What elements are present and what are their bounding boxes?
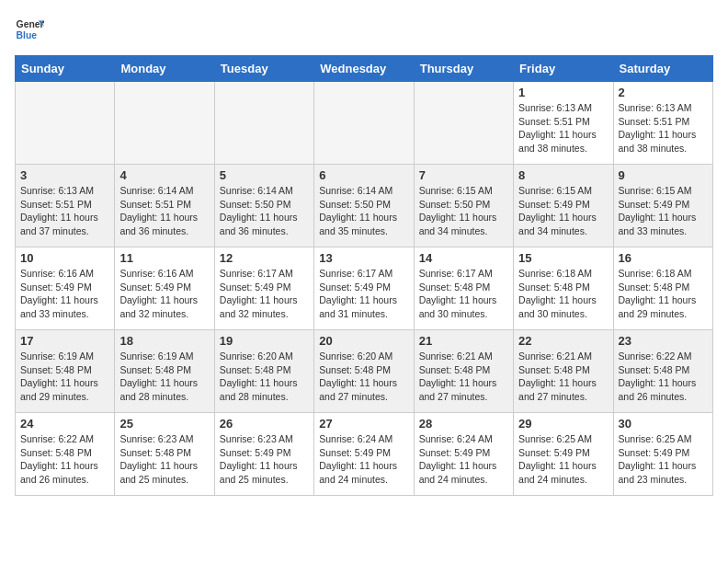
cell-text: Sunset: 5:48 PM	[619, 281, 708, 294]
cell-text: Sunset: 5:48 PM	[20, 363, 109, 377]
cell-text: and 32 minutes.	[119, 307, 209, 321]
cell-text: Sunrise: 6:17 AM	[220, 267, 309, 281]
cell-text: Daylight: 11 hours	[119, 211, 209, 224]
cell-text: and 28 minutes.	[220, 390, 309, 404]
cell-text: Sunset: 5:50 PM	[319, 198, 408, 212]
cell-text: Sunrise: 6:16 AM	[20, 267, 109, 281]
weekday-header-friday: Friday	[514, 56, 613, 82]
cell-text: Daylight: 11 hours	[20, 376, 109, 390]
cell-text: Sunset: 5:48 PM	[20, 446, 109, 460]
calendar-week-row: 3Sunrise: 6:13 AMSunset: 5:51 PMDaylight…	[16, 165, 713, 247]
cell-text: and 38 minutes.	[619, 142, 708, 155]
cell-text: Sunset: 5:48 PM	[220, 363, 309, 377]
cell-text: and 37 minutes.	[20, 224, 109, 238]
calendar-cell: 18Sunrise: 6:19 AMSunset: 5:48 PMDayligh…	[115, 330, 214, 413]
cell-text: Sunset: 5:51 PM	[20, 198, 109, 212]
calendar-cell: 5Sunrise: 6:14 AMSunset: 5:50 PMDaylight…	[214, 165, 313, 247]
cell-text: Sunset: 5:48 PM	[518, 281, 608, 294]
calendar-cell: 16Sunrise: 6:18 AMSunset: 5:48 PMDayligh…	[613, 247, 712, 330]
cell-text: Sunrise: 6:17 AM	[319, 267, 408, 281]
cell-text: Daylight: 11 hours	[518, 459, 608, 473]
day-number: 16	[619, 251, 708, 265]
cell-text: Sunset: 5:49 PM	[319, 446, 408, 460]
cell-text: Daylight: 11 hours	[619, 293, 708, 307]
weekday-header-tuesday: Tuesday	[214, 56, 313, 82]
cell-text: Sunrise: 6:23 AM	[119, 432, 209, 446]
calendar-cell: 15Sunrise: 6:18 AMSunset: 5:48 PMDayligh…	[514, 247, 613, 330]
cell-text: Daylight: 11 hours	[518, 211, 608, 224]
cell-text: and 31 minutes.	[319, 307, 408, 321]
cell-text: Sunrise: 6:20 AM	[220, 350, 309, 363]
calendar-cell: 8Sunrise: 6:15 AMSunset: 5:49 PMDaylight…	[514, 165, 613, 247]
cell-text: and 24 minutes.	[518, 473, 608, 487]
calendar-cell: 10Sunrise: 6:16 AMSunset: 5:49 PMDayligh…	[16, 247, 115, 330]
cell-text: Sunrise: 6:19 AM	[119, 350, 209, 363]
calendar-cell: 3Sunrise: 6:13 AMSunset: 5:51 PMDaylight…	[16, 165, 115, 247]
cell-text: Daylight: 11 hours	[619, 376, 708, 390]
calendar-table: SundayMondayTuesdayWednesdayThursdayFrid…	[15, 55, 713, 496]
day-number: 9	[619, 168, 708, 182]
day-number: 26	[220, 417, 309, 431]
cell-text: Sunrise: 6:21 AM	[518, 350, 608, 363]
day-number: 11	[119, 251, 209, 265]
cell-text: Daylight: 11 hours	[119, 293, 209, 307]
cell-text: Daylight: 11 hours	[419, 459, 508, 473]
cell-text: Sunrise: 6:24 AM	[419, 432, 508, 446]
cell-text: Sunrise: 6:22 AM	[619, 350, 708, 363]
calendar-cell	[115, 82, 214, 165]
calendar-cell: 27Sunrise: 6:24 AMSunset: 5:49 PMDayligh…	[314, 413, 414, 496]
cell-text: Daylight: 11 hours	[319, 293, 408, 307]
calendar-week-row: 17Sunrise: 6:19 AMSunset: 5:48 PMDayligh…	[16, 330, 713, 413]
weekday-header-thursday: Thursday	[414, 56, 513, 82]
cell-text: and 33 minutes.	[20, 307, 109, 321]
day-number: 10	[20, 251, 109, 265]
cell-text: Sunrise: 6:13 AM	[518, 101, 608, 115]
cell-text: and 24 minutes.	[419, 473, 508, 487]
day-number: 29	[518, 417, 608, 431]
cell-text: Daylight: 11 hours	[220, 459, 309, 473]
svg-text:Blue: Blue	[17, 30, 38, 40]
cell-text: Sunrise: 6:13 AM	[619, 101, 708, 115]
calendar-cell: 30Sunrise: 6:25 AMSunset: 5:49 PMDayligh…	[613, 413, 712, 496]
cell-text: Sunrise: 6:24 AM	[319, 432, 408, 446]
cell-text: and 36 minutes.	[119, 224, 209, 238]
weekday-header-saturday: Saturday	[613, 56, 712, 82]
day-number: 18	[119, 334, 209, 348]
cell-text: Sunrise: 6:13 AM	[20, 184, 109, 198]
cell-text: and 36 minutes.	[220, 224, 309, 238]
day-number: 8	[518, 168, 608, 182]
calendar-cell: 12Sunrise: 6:17 AMSunset: 5:49 PMDayligh…	[214, 247, 313, 330]
cell-text: and 29 minutes.	[20, 390, 109, 404]
cell-text: Sunset: 5:50 PM	[419, 198, 508, 212]
weekday-header-monday: Monday	[115, 56, 214, 82]
cell-text: Daylight: 11 hours	[319, 459, 408, 473]
calendar-cell	[414, 82, 513, 165]
cell-text: and 26 minutes.	[20, 473, 109, 487]
day-number: 5	[220, 168, 309, 182]
logo: General Blue	[15, 15, 44, 44]
cell-text: Daylight: 11 hours	[119, 459, 209, 473]
day-number: 6	[319, 168, 408, 182]
cell-text: Sunrise: 6:14 AM	[220, 184, 309, 198]
cell-text: Sunrise: 6:21 AM	[419, 350, 508, 363]
cell-text: Sunset: 5:49 PM	[319, 281, 408, 294]
cell-text: Sunset: 5:48 PM	[119, 363, 209, 377]
cell-text: Daylight: 11 hours	[220, 376, 309, 390]
cell-text: and 33 minutes.	[619, 224, 708, 238]
day-number: 20	[319, 334, 408, 348]
calendar-cell: 13Sunrise: 6:17 AMSunset: 5:49 PMDayligh…	[314, 247, 414, 330]
calendar-cell: 17Sunrise: 6:19 AMSunset: 5:48 PMDayligh…	[16, 330, 115, 413]
calendar-cell: 26Sunrise: 6:23 AMSunset: 5:49 PMDayligh…	[214, 413, 313, 496]
day-number: 21	[419, 334, 508, 348]
cell-text: and 35 minutes.	[319, 224, 408, 238]
calendar-cell: 29Sunrise: 6:25 AMSunset: 5:49 PMDayligh…	[514, 413, 613, 496]
calendar-cell: 25Sunrise: 6:23 AMSunset: 5:48 PMDayligh…	[115, 413, 214, 496]
cell-text: Daylight: 11 hours	[119, 376, 209, 390]
header: General Blue	[15, 15, 713, 44]
cell-text: Daylight: 11 hours	[619, 128, 708, 142]
calendar-cell: 1Sunrise: 6:13 AMSunset: 5:51 PMDaylight…	[514, 82, 613, 165]
cell-text: Sunset: 5:48 PM	[619, 363, 708, 377]
cell-text: and 29 minutes.	[619, 307, 708, 321]
day-number: 2	[619, 86, 708, 99]
cell-text: Daylight: 11 hours	[619, 211, 708, 224]
